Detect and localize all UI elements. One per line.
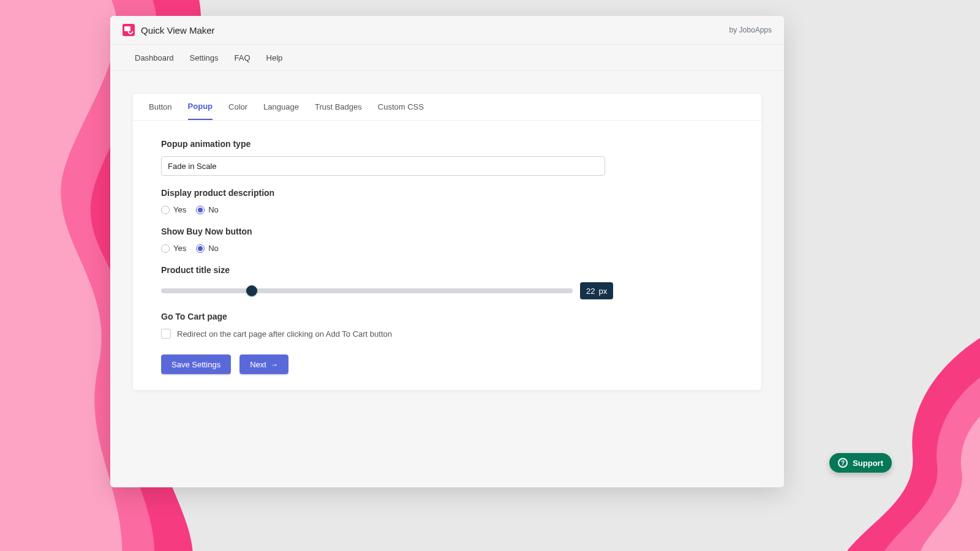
- buy-now-label: Show Buy Now button: [161, 227, 733, 236]
- animation-type-label: Popup animation type: [161, 139, 733, 149]
- support-button[interactable]: ? Support: [829, 453, 892, 473]
- radio-label: Yes: [173, 244, 186, 253]
- tab-bar: Button Popup Color Language Trust Badges…: [133, 94, 761, 121]
- question-mark-icon: ?: [838, 458, 848, 468]
- brand: Quick View Maker: [123, 24, 215, 36]
- tab-trust-badges[interactable]: Trust Badges: [315, 94, 362, 120]
- settings-panel: Button Popup Color Language Trust Badges…: [132, 93, 762, 391]
- save-settings-label: Save Settings: [172, 360, 221, 369]
- title-size-badge: 22 px: [580, 282, 613, 299]
- go-to-cart-label: Go To Cart page: [161, 312, 733, 321]
- title-size-unit: px: [598, 287, 607, 296]
- main-menu: Dashboard Settings FAQ Help: [110, 44, 784, 71]
- next-button[interactable]: Next →: [239, 354, 288, 374]
- buy-now-yes[interactable]: Yes: [161, 244, 186, 253]
- arrow-right-icon: →: [270, 360, 278, 369]
- tab-popup[interactable]: Popup: [188, 94, 213, 120]
- title-size-slider[interactable]: [161, 288, 573, 293]
- menu-help[interactable]: Help: [266, 53, 283, 62]
- tab-button[interactable]: Button: [149, 94, 172, 120]
- animation-type-select[interactable]: [161, 156, 605, 176]
- radio-label: No: [208, 244, 219, 253]
- save-settings-button[interactable]: Save Settings: [161, 354, 231, 374]
- topbar: Quick View Maker by JoboApps: [110, 16, 784, 44]
- buy-now-no[interactable]: No: [196, 244, 219, 253]
- byline: by JoboApps: [729, 26, 772, 34]
- radio-label: No: [208, 205, 219, 214]
- app-logo-icon: [123, 24, 135, 36]
- display-description-no[interactable]: No: [196, 205, 219, 214]
- next-label: Next: [250, 360, 266, 369]
- menu-dashboard[interactable]: Dashboard: [135, 53, 174, 62]
- tab-custom-css[interactable]: Custom CSS: [378, 94, 424, 120]
- app-window: Quick View Maker by JoboApps Dashboard S…: [110, 16, 784, 487]
- menu-faq[interactable]: FAQ: [235, 53, 251, 62]
- display-description-label: Display product description: [161, 188, 733, 198]
- menu-settings[interactable]: Settings: [190, 53, 219, 62]
- tab-color[interactable]: Color: [228, 94, 247, 120]
- app-title: Quick View Maker: [141, 25, 215, 36]
- title-size-label: Product title size: [161, 265, 733, 275]
- redirect-cart-checkbox[interactable]: [161, 329, 171, 339]
- display-description-yes[interactable]: Yes: [161, 205, 186, 214]
- slider-thumb[interactable]: [246, 285, 257, 296]
- redirect-cart-label: Redirect on the cart page after clicking…: [177, 329, 392, 339]
- radio-label: Yes: [173, 205, 186, 214]
- support-label: Support: [853, 459, 883, 468]
- title-size-value: 22: [586, 287, 595, 296]
- tab-language[interactable]: Language: [263, 94, 299, 120]
